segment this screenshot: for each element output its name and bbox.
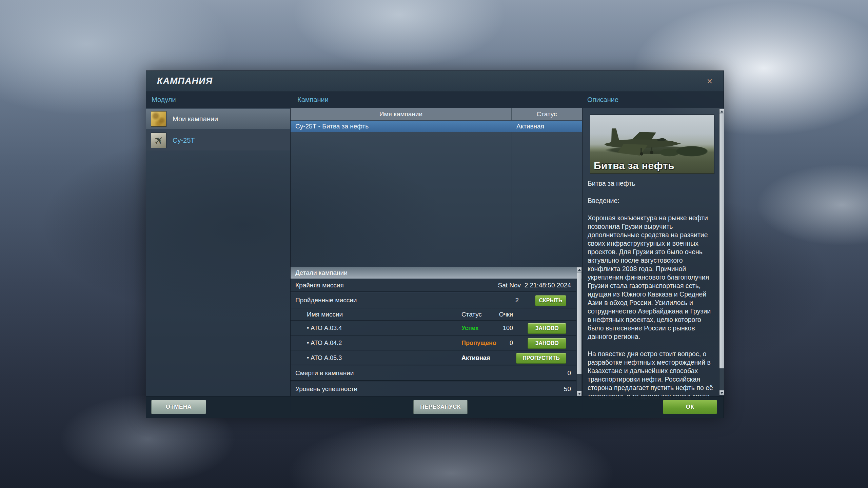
mission-name: АТО А.05.3 — [307, 354, 342, 362]
scroll-down-icon[interactable] — [577, 391, 581, 396]
restart-button[interactable]: ПЕРЕЗАПУСК — [413, 400, 468, 414]
scroll-up-icon[interactable] — [719, 109, 724, 114]
campaign-image: Битва за нефть — [590, 115, 714, 174]
campaign-row-selected[interactable]: Су-25Т - Битва за нефть Активная — [291, 121, 582, 132]
description-scrollbar[interactable] — [719, 109, 724, 395]
completed-missions-label: Пройденные миссии — [295, 297, 357, 304]
campaign-table-header: Имя кампании Статус — [291, 108, 582, 120]
last-mission-value: Sat Nov 2 21:48:50 2024 — [498, 282, 571, 289]
mission-points-column: Очки — [480, 311, 513, 318]
deaths-label: Смерти в кампании — [295, 369, 354, 377]
module-item-my-campaigns[interactable]: Мои кампании — [146, 109, 290, 129]
mission-status-column: Статус — [461, 311, 482, 318]
mission-name: АТО А.03.4 — [307, 325, 342, 332]
mission-table-header: Имя миссии Статус Очки — [291, 309, 576, 321]
mission-name: АТО А.04.2 — [307, 340, 342, 347]
description-paragraph: На повестке дня остро стоит вопрос, о ра… — [588, 350, 716, 401]
modules-header: Модули — [152, 96, 176, 104]
details-header: Детали кампании — [291, 267, 582, 279]
campaign-status: Активная — [512, 123, 544, 130]
completed-missions-count: 2 — [515, 297, 519, 304]
window-title: КАМПАНИЯ — [157, 76, 213, 86]
campaign-details: Детали кампании Крайняя миссия Sat Nov 2… — [291, 267, 582, 396]
success-level-row: Уровень успешности 50 — [291, 382, 576, 396]
campaigns-header: Кампании — [297, 96, 329, 104]
campaigns-panel: Имя кампании Статус Су-25Т - Битва за не… — [291, 108, 582, 396]
description-paragraph: Хорошая конъюнктура на рынке нефти позво… — [588, 214, 716, 341]
scroll-up-icon[interactable] — [577, 267, 581, 272]
restart-mission-button[interactable]: ЗАНОВО — [528, 338, 566, 349]
campaign-window: КАМПАНИЯ × Модули Кампании Описание Мои … — [146, 70, 724, 418]
mission-row[interactable]: АТО А.05.3 Активная ПРОПУСТИТЬ — [291, 351, 576, 365]
last-mission-label: Крайняя миссия — [295, 282, 344, 289]
hide-button[interactable]: СКРЫТЬ — [535, 295, 566, 306]
campaign-description-text: Битва за нефть Введение: Хорошая конъюнк… — [588, 179, 716, 409]
restart-mission-button[interactable]: ЗАНОВО — [528, 323, 566, 334]
window-content: Мои кампании ✈ Су-25Т Имя кампании Стату… — [146, 108, 724, 396]
mission-status: Успех — [461, 325, 479, 332]
cancel-button[interactable]: ОТМЕНА — [151, 400, 206, 414]
description-panel: Битва за нефть Битва за нефть Введение: … — [583, 108, 724, 396]
mission-row[interactable]: АТО А.03.4 Успех 100 ЗАНОВО — [291, 321, 576, 336]
mission-points: 0 — [480, 340, 513, 347]
footer-bar: ОТМЕНА ПЕРЕЗАПУСК ОК — [146, 396, 724, 418]
column-campaign-status: Статус — [512, 108, 582, 120]
details-scrollbar[interactable] — [577, 267, 582, 396]
completed-missions-row: Пройденные миссии 2 СКРЫТЬ — [291, 293, 576, 308]
last-mission-row: Крайняя миссия Sat Nov 2 21:48:50 2024 — [291, 279, 576, 292]
su25t-aircraft-illustration — [600, 124, 685, 162]
column-divider — [512, 108, 512, 266]
scroll-down-icon[interactable] — [719, 390, 724, 395]
description-intro-label: Введение: — [588, 197, 716, 205]
mission-row[interactable]: АТО А.04.2 Пропущено 0 ЗАНОВО — [291, 336, 576, 350]
module-item-label: Су-25Т — [173, 137, 195, 144]
description-header: Описание — [587, 96, 618, 104]
scrollbar-thumb[interactable] — [577, 272, 581, 374]
deaths-value: 0 — [567, 369, 571, 377]
description-title: Битва за нефть — [588, 179, 716, 188]
my-campaigns-icon — [151, 111, 166, 127]
scrollbar-thumb[interactable] — [719, 114, 724, 368]
module-item-su25t[interactable]: ✈ Су-25Т — [146, 130, 290, 150]
title-bar: КАМПАНИЯ × — [146, 71, 724, 92]
skip-mission-button[interactable]: ПРОПУСТИТЬ — [516, 353, 566, 364]
campaign-image-title: Битва за нефть — [594, 160, 674, 171]
module-item-label: Мои кампании — [173, 115, 218, 123]
section-headers-row: Модули Кампании Описание — [146, 92, 724, 108]
column-campaign-name: Имя кампании — [291, 108, 512, 120]
modules-panel: Мои кампании ✈ Су-25Т — [146, 108, 290, 396]
su25t-icon: ✈ — [151, 133, 166, 148]
success-level-label: Уровень успешности — [295, 385, 357, 393]
success-level-value: 50 — [564, 385, 571, 393]
close-icon[interactable]: × — [704, 76, 715, 87]
mission-name-column: Имя миссии — [307, 311, 343, 318]
mission-points: 100 — [480, 325, 513, 332]
ok-button[interactable]: ОК — [663, 400, 717, 414]
campaign-name: Су-25Т - Битва за нефть — [291, 123, 512, 130]
mission-status: Активная — [461, 354, 490, 362]
campaign-deaths-row: Смерти в кампании 0 — [291, 366, 576, 381]
